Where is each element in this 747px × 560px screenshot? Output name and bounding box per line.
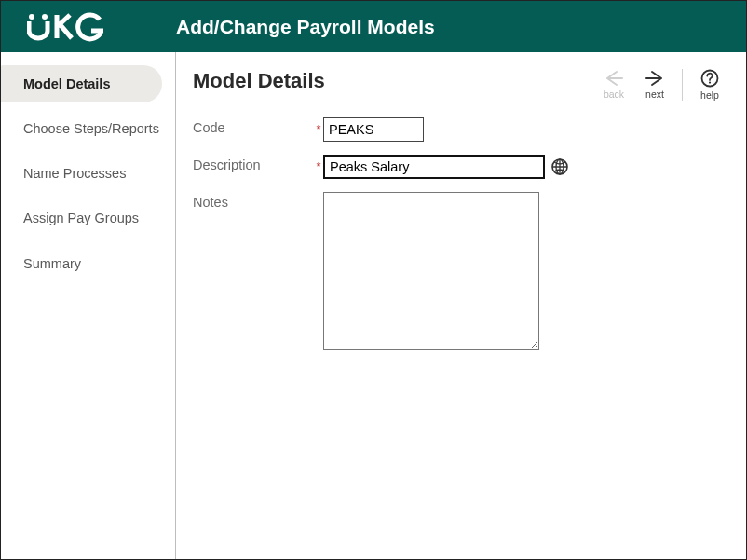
svg-point-0 xyxy=(29,14,34,20)
code-row: Code * xyxy=(193,117,724,142)
help-label: help xyxy=(700,89,719,101)
notes-row: Notes xyxy=(193,192,724,354)
ukg-logo-icon xyxy=(27,12,103,42)
globe-icon xyxy=(550,157,569,176)
sidebar-item-label: Name Processes xyxy=(23,166,126,181)
code-input[interactable] xyxy=(323,117,424,142)
sidebar-item-model-details[interactable]: Model Details xyxy=(1,65,162,102)
notes-label: Notes xyxy=(193,192,314,210)
section-title: Model Details xyxy=(193,69,325,93)
description-label: Description xyxy=(193,155,314,172)
wizard-steps-sidebar: Model Details Choose Steps/Reports Name … xyxy=(1,52,176,559)
sidebar-item-name-processes[interactable]: Name Processes xyxy=(1,155,175,192)
help-icon xyxy=(700,69,719,88)
required-indicator: * xyxy=(314,117,323,136)
spacer xyxy=(314,192,323,197)
sidebar-item-label: Summary xyxy=(23,256,81,271)
svg-point-3 xyxy=(709,82,711,84)
svg-point-1 xyxy=(42,14,48,20)
page-header-title: Add/Change Payroll Models xyxy=(176,16,435,38)
app-logo xyxy=(1,12,176,42)
sidebar-item-assign-pay-groups[interactable]: Assign Pay Groups xyxy=(1,199,175,237)
description-input[interactable] xyxy=(323,155,545,179)
next-label: next xyxy=(645,89,664,100)
back-button: back xyxy=(600,70,628,100)
main-panel: Model Details back next xyxy=(176,52,746,559)
back-label: back xyxy=(604,89,624,100)
localize-button[interactable] xyxy=(550,157,569,176)
sidebar-item-label: Assign Pay Groups xyxy=(23,211,139,225)
sidebar-item-label: Model Details xyxy=(23,76,110,91)
sidebar-item-choose-steps-reports[interactable]: Choose Steps/Reports xyxy=(1,110,175,147)
next-button[interactable]: next xyxy=(641,70,669,100)
toolbar-separator xyxy=(682,69,683,101)
sidebar-item-summary[interactable]: Summary xyxy=(1,245,175,282)
notes-textarea[interactable] xyxy=(323,192,539,350)
description-row: Description * xyxy=(193,155,724,179)
required-indicator: * xyxy=(314,155,323,173)
arrow-right-icon xyxy=(645,70,665,87)
top-bar: Add/Change Payroll Models xyxy=(1,1,746,52)
wizard-toolbar: back next help xyxy=(600,69,724,101)
code-label: Code xyxy=(193,117,314,135)
sidebar-item-label: Choose Steps/Reports xyxy=(23,121,159,136)
arrow-left-icon xyxy=(604,70,624,87)
help-button[interactable]: help xyxy=(696,69,724,101)
